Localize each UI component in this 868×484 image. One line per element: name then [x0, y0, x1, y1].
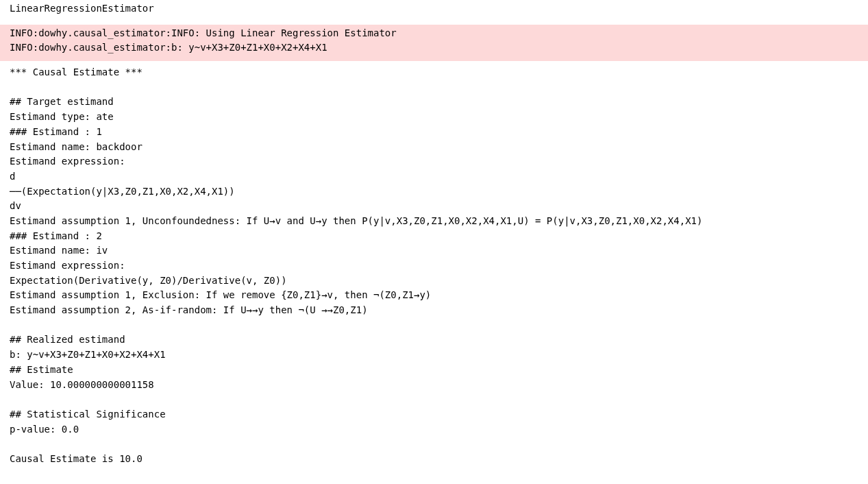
stdout-body: *** Causal Estimate *** ## Target estima…: [0, 64, 868, 472]
stdout-header: LinearRegressionEstimator: [0, 0, 868, 22]
stderr-output: INFO:dowhy.causal_estimator:INFO: Using …: [0, 25, 868, 61]
